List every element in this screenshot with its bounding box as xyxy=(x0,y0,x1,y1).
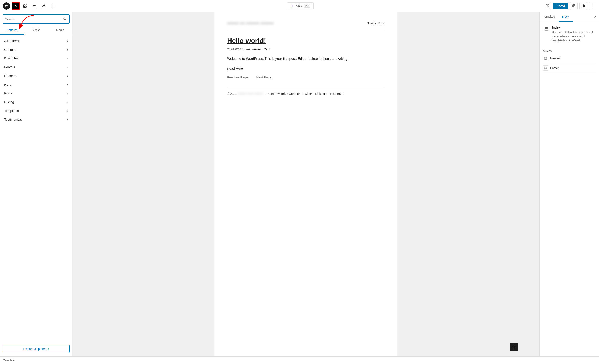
post-author[interactable]: razanuwuco9549 xyxy=(246,47,270,51)
status-label: Template xyxy=(3,359,15,362)
pattern-item-hero[interactable]: Hero › xyxy=(0,80,72,89)
toolbar-center: ⊞ Index ⌘K xyxy=(59,2,542,9)
prev-page-link[interactable]: Previous Page xyxy=(227,75,248,79)
tab-media[interactable]: Media xyxy=(48,26,72,35)
svg-rect-5 xyxy=(546,5,547,7)
sidebar-tabs: Patterns Blocks Media xyxy=(0,26,72,35)
layout-view-button[interactable] xyxy=(544,2,551,10)
area-item-header[interactable]: Header xyxy=(543,54,596,63)
chevron-right-icon: › xyxy=(67,109,68,113)
status-bar: Template xyxy=(0,356,599,364)
right-panel-tabs: Template Block × xyxy=(540,12,599,22)
pattern-item-templates[interactable]: Templates › xyxy=(0,106,72,115)
svg-line-16 xyxy=(66,19,66,20)
pattern-label: Testimonials xyxy=(4,118,22,121)
chevron-right-icon: › xyxy=(67,65,68,69)
footer-author-link[interactable]: Brian Gardner xyxy=(281,92,300,96)
template-tab-label: Template xyxy=(543,15,555,18)
chevron-right-icon: › xyxy=(67,74,68,78)
right-panel: Template Block × Index Used as a fallbac… xyxy=(539,12,599,356)
saved-label: Saved xyxy=(556,4,565,8)
pattern-item-pricing[interactable]: Pricing › xyxy=(0,98,72,106)
svg-rect-6 xyxy=(548,5,549,6)
footer-dot: · xyxy=(264,92,265,96)
footer-sep1: · xyxy=(301,92,302,96)
search-input[interactable] xyxy=(5,17,62,21)
right-panel-close-button[interactable]: × xyxy=(591,13,599,21)
svg-text:W: W xyxy=(5,4,8,8)
settings-button[interactable] xyxy=(570,2,578,10)
area-item-footer[interactable]: Footer xyxy=(543,63,596,73)
wp-logo[interactable]: W xyxy=(3,2,10,10)
pattern-label: All patterns xyxy=(4,39,20,43)
pattern-item-footers[interactable]: Footers › xyxy=(0,63,72,71)
pattern-item-headers[interactable]: Headers › xyxy=(0,71,72,80)
tab-blocks[interactable]: Blocks xyxy=(24,26,48,35)
command-palette-button[interactable]: ⊞ Index ⌘K xyxy=(287,2,314,9)
svg-point-13 xyxy=(592,6,593,6)
pattern-item-testimonials[interactable]: Testimonials › xyxy=(0,115,72,124)
toolbar-left: W × xyxy=(3,2,57,10)
page-header-bar: ••••••• ••• •••••••• •••••••• Sample Pag… xyxy=(227,20,385,30)
main-area: Patterns Blocks Media All patterns › Con… xyxy=(0,12,599,356)
redo-button[interactable] xyxy=(40,2,48,10)
template-description: Used as a fallback template for all page… xyxy=(552,30,596,43)
header-icon xyxy=(543,56,548,61)
contrast-button[interactable] xyxy=(579,2,587,10)
pattern-label: Examples xyxy=(4,56,18,60)
chevron-right-icon: › xyxy=(67,48,68,51)
svg-point-14 xyxy=(592,7,593,7)
saved-button[interactable]: Saved xyxy=(553,3,568,9)
add-block-button[interactable]: + xyxy=(510,343,518,351)
svg-point-12 xyxy=(592,5,593,5)
svg-rect-20 xyxy=(545,57,547,60)
more-options-button[interactable] xyxy=(589,2,596,10)
area-header-label: Header xyxy=(550,57,560,60)
template-text: Index Used as a fallback template for al… xyxy=(552,26,596,43)
command-palette-label: Index xyxy=(295,4,302,8)
chevron-right-icon: › xyxy=(67,118,68,121)
pattern-list: All patterns › Content › Examples › Foot… xyxy=(0,35,72,341)
content-area: ••••••• ••• •••••••• •••••••• Sample Pag… xyxy=(72,12,539,356)
pattern-label: Content xyxy=(4,48,16,51)
search-icon[interactable] xyxy=(63,17,67,22)
pattern-label: Pricing xyxy=(4,100,14,104)
footer-instagram-link[interactable]: Instagram xyxy=(330,92,343,96)
undo-button[interactable] xyxy=(31,2,38,10)
footer-twitter-link[interactable]: Twitter xyxy=(303,92,312,96)
pattern-label: Posts xyxy=(4,91,12,95)
keyboard-shortcut: ⌘K xyxy=(304,4,310,8)
pattern-item-examples[interactable]: Examples › xyxy=(0,54,72,63)
sidebar: Patterns Blocks Media All patterns › Con… xyxy=(0,12,72,356)
read-more-link[interactable]: Read More xyxy=(227,67,385,70)
list-view-button[interactable] xyxy=(49,2,57,10)
svg-rect-22 xyxy=(545,67,547,69)
footer-icon xyxy=(543,65,548,71)
edit-button[interactable] xyxy=(21,2,29,10)
page-content: ••••••• ••• •••••••• •••••••• Sample Pag… xyxy=(214,12,397,356)
chevron-right-icon: › xyxy=(67,100,68,104)
pattern-item-all-patterns[interactable]: All patterns › xyxy=(0,36,72,45)
block-tab-label: Block xyxy=(562,15,569,18)
svg-rect-8 xyxy=(573,5,575,7)
post-meta: 2024-02-16 · razanuwuco9549 xyxy=(227,47,385,51)
pattern-item-content[interactable]: Content › xyxy=(0,45,72,54)
next-page-link[interactable]: Next Page xyxy=(256,75,271,79)
explore-all-patterns-button[interactable]: Explore all patterns xyxy=(3,345,70,353)
tab-template[interactable]: Template xyxy=(540,12,559,22)
pattern-item-posts[interactable]: Posts › xyxy=(0,89,72,98)
tab-block[interactable]: Block xyxy=(559,12,573,22)
chevron-right-icon: › xyxy=(67,83,68,86)
chevron-right-icon: › xyxy=(67,57,68,60)
footer-by: by xyxy=(276,92,280,96)
template-name: Index xyxy=(552,26,596,29)
footer-bar: © 2024 •••••••• •••••• •••••••• · Theme … xyxy=(227,88,385,100)
footer-sep2: · xyxy=(313,92,314,96)
close-button[interactable]: × xyxy=(12,2,20,10)
tab-patterns[interactable]: Patterns xyxy=(0,26,24,35)
template-info: Index Used as a fallback template for al… xyxy=(540,22,599,49)
pattern-label: Hero xyxy=(4,83,11,86)
footer-sep3: · xyxy=(328,92,329,96)
footer-linkedin-link[interactable]: LinkedIn xyxy=(315,92,326,96)
areas-section: AREAS Header Footer xyxy=(540,49,599,73)
